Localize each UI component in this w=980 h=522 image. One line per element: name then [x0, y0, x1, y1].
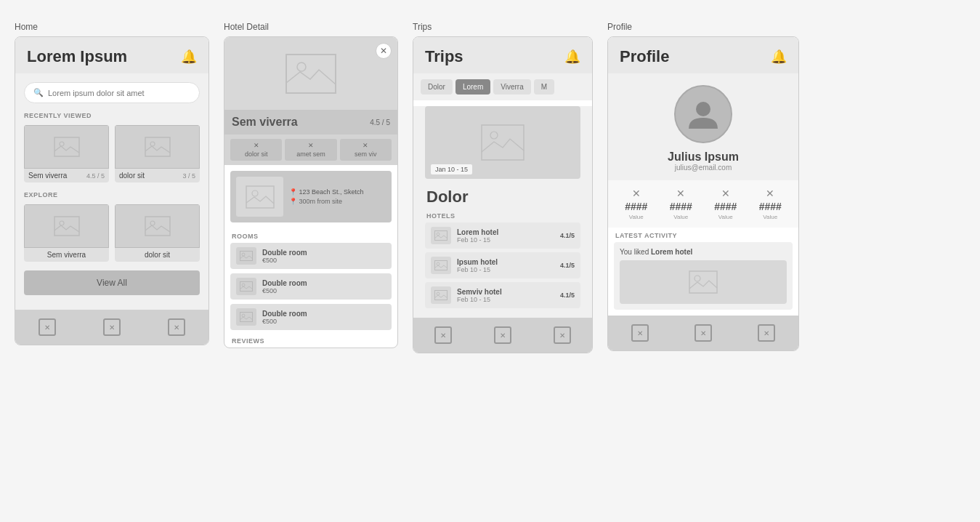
list-item[interactable]: Sem viverra: [24, 204, 109, 262]
profile-label: Profile: [607, 22, 799, 32]
tag-3[interactable]: ✕ sem viv: [340, 139, 392, 161]
svg-rect-12: [240, 252, 253, 261]
nav-icon-trips-3[interactable]: ✕: [554, 326, 571, 344]
hotel-list-item-1[interactable]: Lorem hotel Feb 10 - 15 4.1/5: [425, 222, 580, 249]
nav-icon-profile-2[interactable]: ✕: [694, 324, 712, 342]
trip-title: Dolor: [419, 185, 586, 209]
svg-rect-20: [435, 231, 448, 241]
bottom-nav-profile: ✕ ✕ ✕: [608, 316, 798, 350]
room-item-3[interactable]: Double room €500: [230, 304, 392, 330]
activity-text: You liked Lorem hotel: [620, 248, 787, 256]
map-thumbnail: [236, 177, 283, 217]
latest-activity-label: LATEST ACTIVITY: [608, 228, 798, 242]
svg-point-26: [696, 102, 710, 116]
room-item-1[interactable]: Double room €500: [230, 243, 392, 269]
profile-user-name: Julius Ipsum: [668, 150, 739, 164]
svg-point-28: [694, 276, 700, 281]
list-item[interactable]: dolor sit 3 / 5: [115, 125, 200, 182]
bell-icon-profile[interactable]: 🔔: [771, 49, 787, 65]
trips-screen-wrapper: Trips Trips 🔔 Dolor Lorem Viverra M Jan …: [413, 22, 593, 353]
stat-item-3: ✕ #### Value: [714, 188, 737, 220]
hotel-thumb-image: [434, 230, 448, 241]
room-thumbnail: [236, 308, 256, 326]
home-screen-wrapper: Home Lorem Ipsum 🔔 🔍 RECENTLY VIEWED: [15, 22, 209, 345]
home-title: Lorem Ipsum: [27, 47, 127, 66]
list-item[interactable]: dolor sit: [115, 204, 200, 262]
tab-lorem[interactable]: Lorem: [455, 79, 490, 95]
hotel-list-dates: Feb 10 - 15: [457, 266, 554, 273]
tab-viverra[interactable]: Viverra: [493, 79, 531, 95]
explore-label: EXPLORE: [24, 191, 200, 198]
nav-icon-trips-1[interactable]: ✕: [434, 326, 452, 344]
trip-hero-image: [481, 124, 525, 161]
card-footer: Sem viverra: [24, 248, 109, 262]
tab-dolor[interactable]: Dolor: [421, 79, 453, 95]
tag-1[interactable]: ✕ dolor sit: [230, 139, 282, 161]
room-info: Double room €500: [262, 310, 307, 325]
hotel-list-info: Ipsum hotel Feb 10 - 15: [457, 258, 554, 273]
nav-icon-trips-2[interactable]: ✕: [494, 326, 511, 344]
trips-title: Trips: [425, 47, 463, 66]
room-price: €500: [262, 318, 307, 325]
search-bar[interactable]: 🔍: [24, 82, 200, 103]
hotels-label: HOTELS: [419, 209, 586, 222]
bell-icon[interactable]: 🔔: [181, 49, 197, 65]
svg-point-21: [437, 233, 440, 236]
nav-icon-profile-3[interactable]: ✕: [758, 324, 775, 342]
avatar: [674, 85, 732, 143]
card-name: dolor sit: [119, 172, 145, 180]
nav-icon-3[interactable]: ✕: [168, 318, 185, 336]
tab-m[interactable]: M: [534, 79, 554, 95]
card-image: [24, 125, 109, 169]
card-rating: 3 / 5: [182, 172, 195, 180]
profile-screen-wrapper: Profile Profile 🔔 Julius Ipsum julius@em…: [607, 22, 799, 351]
hotel-list-dates: Feb 10 - 15: [457, 236, 554, 244]
view-all-button[interactable]: View All: [24, 270, 200, 295]
reviews-label: REVIEWS: [224, 334, 397, 348]
map-details: 📍 123 Beach St., Sketch 📍 300m from site: [289, 177, 364, 217]
tag-2[interactable]: ✕ amet sem: [285, 139, 336, 161]
search-input[interactable]: [48, 89, 190, 97]
stat-value-4: ####: [759, 201, 782, 212]
hotel-list-dates: Feb 10 - 15: [457, 296, 554, 303]
hotel-list-rating: 4.1/5: [560, 292, 575, 299]
svg-rect-2: [145, 137, 170, 156]
room-price: €500: [262, 287, 307, 294]
hotel-list-item-3[interactable]: Semviv hotel Feb 10 - 15 4.1/5: [425, 282, 580, 308]
room-info: Double room €500: [262, 279, 307, 294]
map-distance: 📍 300m from site: [289, 198, 364, 205]
bell-icon-trips[interactable]: 🔔: [564, 49, 580, 65]
room-name: Double room: [262, 310, 307, 318]
map-image: [246, 185, 275, 209]
nav-icon-profile-1[interactable]: ✕: [631, 324, 649, 342]
hotel-hero: ✕: [224, 37, 397, 110]
hotel-thumb: [431, 227, 451, 244]
image-placeholder-icon: [145, 216, 171, 236]
search-icon: 🔍: [33, 88, 44, 97]
trips-frame: Trips 🔔 Dolor Lorem Viverra M Jan 10 - 1…: [413, 36, 593, 353]
room-price: €500: [262, 257, 307, 264]
list-item[interactable]: Sem viverra 4.5 / 5: [24, 125, 109, 182]
nav-icon-1[interactable]: ✕: [39, 318, 56, 336]
room-item-2[interactable]: Double room €500: [230, 273, 392, 300]
stat-icon-4: ✕: [766, 188, 774, 199]
stat-value-3: ####: [714, 201, 737, 212]
hotel-name: Sem viverra: [232, 116, 298, 129]
svg-point-3: [150, 142, 155, 146]
hotel-list-info: Lorem hotel Feb 10 - 15: [457, 228, 554, 244]
close-button[interactable]: ✕: [376, 43, 392, 59]
home-header: Lorem Ipsum 🔔: [15, 37, 208, 73]
card-footer: Sem viverra 4.5 / 5: [24, 169, 109, 182]
hotel-detail-frame: ✕ Sem viverra 4.5 / 5 ✕ dolor sit ✕ amet…: [224, 36, 398, 348]
home-label: Home: [15, 22, 209, 32]
stat-value-2: ####: [670, 201, 692, 212]
nav-icon-2[interactable]: ✕: [103, 318, 121, 336]
hotel-detail-screen-wrapper: Hotel Detail ✕ Sem viverra 4.5 / 5 ✕ dol…: [224, 22, 398, 348]
room-image: [240, 312, 253, 322]
stat-label-4: Value: [763, 214, 777, 220]
hotel-list-name: Lorem hotel: [457, 228, 554, 236]
home-frame: Lorem Ipsum 🔔 🔍 RECENTLY VIEWED: [15, 36, 209, 345]
hotel-list-name: Ipsum hotel: [457, 258, 554, 266]
hotel-thumb: [431, 286, 451, 304]
hotel-list-item-2[interactable]: Ipsum hotel Feb 10 - 15 4.1/5: [425, 252, 580, 278]
